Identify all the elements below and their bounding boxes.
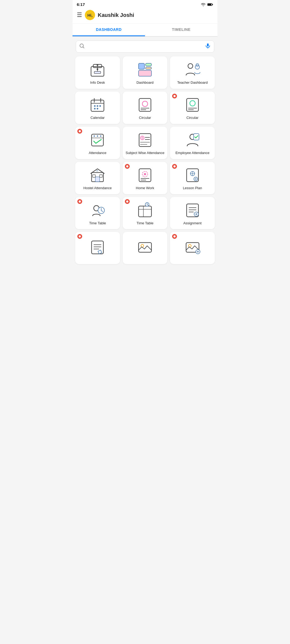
svg-point-28 [97,108,98,109]
card-item18[interactable] [170,232,215,264]
svg-line-4 [83,47,84,48]
header-title: Kaushik Joshi [98,12,134,18]
svg-point-89 [189,244,191,247]
calendar-icon [89,96,106,114]
card-attendance-label: Attendance [89,151,106,155]
card-hostel-attendance-label: Hostel Attendance [84,186,112,191]
battery-icon [207,3,213,6]
lesson-plan-icon [184,167,201,184]
svg-rect-2 [208,4,211,5]
svg-point-41 [100,135,102,137]
svg-rect-71 [139,206,151,217]
card-employee-attendance-label: Employee Attendance [175,151,209,155]
card-circular2-label: Circular [186,116,198,120]
user-badge-attendance [77,129,82,134]
card-item17[interactable] [123,232,168,264]
home-work-icon [136,167,154,184]
mic-icon[interactable] [205,43,211,50]
svg-rect-86 [139,243,151,252]
svg-point-18 [195,65,200,69]
hamburger-icon[interactable]: ☰ [77,12,82,19]
card-info-desk[interactable]: Info Desk [75,56,120,89]
svg-point-27 [94,108,96,109]
circular2-icon [184,96,201,114]
search-icon [79,43,85,50]
card-dashboard-label: Dashboard [136,80,154,85]
svg-text:H: H [96,170,98,172]
svg-rect-14 [146,63,151,66]
wifi-icon [201,3,206,6]
user-badge-timetable2 [125,199,130,204]
svg-rect-15 [146,67,151,69]
card-lesson-plan-label: Lesson Plan [183,186,202,191]
hostel-attendance-icon: H [89,167,106,184]
status-icons [201,3,213,6]
svg-rect-55 [100,175,102,177]
status-time: 6:17 [77,2,85,7]
search-input[interactable] [87,44,203,49]
logo-text: Hi, [87,13,92,17]
card-subject-attendance-label: Subject Wise Attendance [126,151,165,155]
card-calendar-label: Calendar [90,116,105,120]
svg-rect-54 [93,175,95,177]
nav-tabs: DASHBOARD TIMELINE [73,24,218,37]
card-assignment-label: Assignment [183,221,202,226]
user-badge-homework [125,164,130,169]
svg-point-34 [190,101,195,106]
card-calendar[interactable]: Calendar [75,92,120,124]
card-teacher-dashboard[interactable]: Teacher Dashboard [170,56,215,89]
svg-point-87 [141,244,144,247]
tab-dashboard[interactable]: DASHBOARD [73,24,145,36]
card-assignment[interactable]: Assignment [170,197,215,229]
card-timetable1[interactable]: Time Table [75,197,120,229]
svg-point-39 [94,135,95,137]
attendance-icon [89,131,106,149]
card-home-work[interactable]: Home Work [123,162,168,194]
user-badge-circular2 [172,94,177,98]
photo1-icon [136,239,154,256]
timetable2-icon [136,202,154,219]
card-circular1[interactable]: Circular [123,92,168,124]
info-desk-icon [89,61,106,78]
svg-point-40 [97,135,98,137]
header: ☰ Hi, Kaushik Joshi [73,8,218,24]
card-timetable2-label: Time Table [137,221,154,226]
assignment-icon [184,202,201,219]
svg-rect-11 [94,71,101,74]
svg-rect-16 [139,70,151,76]
card-dashboard[interactable]: Dashboard [123,56,168,89]
card-attendance[interactable]: Attendance [75,127,120,159]
svg-point-12 [97,68,98,70]
card-circular1-label: Circular [139,116,151,120]
subject-attendance-icon [136,131,154,149]
teacher-dashboard-icon [184,61,201,78]
svg-point-59 [144,173,146,175]
logo-circle: Hi, [85,10,95,20]
svg-rect-29 [139,98,151,111]
user-badge-item18 [172,234,177,239]
svg-point-17 [188,64,193,68]
card-info-desk-label: Info Desk [90,80,105,85]
card-circular2[interactable]: Circular [170,92,215,124]
svg-point-9 [97,64,98,66]
card-home-work-label: Home Work [136,186,154,191]
card-teacher-dashboard-label: Teacher Dashboard [177,80,208,85]
doc1-icon [89,239,106,256]
card-subject-attendance[interactable]: Subject Wise Attendance [123,127,168,159]
card-timetable2[interactable]: Time Table [123,197,168,229]
tab-timeline[interactable]: TIMELINE [145,24,218,36]
circular1-icon [136,96,154,114]
svg-rect-13 [139,63,144,69]
svg-rect-1 [212,4,213,5]
card-employee-attendance[interactable]: Employee Attendance [170,127,215,159]
card-timetable1-label: Time Table [89,221,106,226]
card-lesson-plan[interactable]: Lesson Plan [170,162,215,194]
search-bar[interactable] [76,41,214,53]
user-badge-item16 [77,234,82,239]
svg-rect-53 [95,177,100,182]
card-hostel-attendance[interactable]: H Hostel Attendance [75,162,120,194]
timetable1-icon [89,202,106,219]
card-item16[interactable] [75,232,120,264]
svg-point-24 [94,105,96,107]
svg-rect-5 [207,43,209,46]
